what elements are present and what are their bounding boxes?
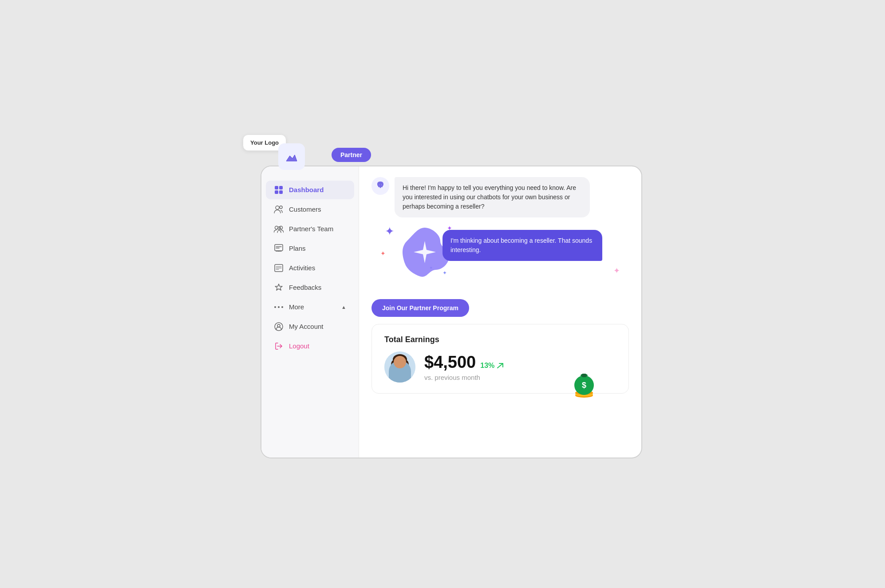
account-icon	[274, 322, 284, 331]
logout-icon	[274, 341, 284, 351]
vs-text: vs. previous month	[424, 374, 504, 381]
partners-icon	[274, 224, 284, 234]
sparkle-right-deco-icon: ✦	[613, 266, 620, 276]
plans-icon	[274, 244, 284, 253]
user-message-text: I'm thinking about becoming a reseller. …	[450, 237, 592, 253]
sidebar-item-my-account[interactable]: My Account	[266, 317, 354, 336]
plans-label: Plans	[289, 245, 306, 252]
svg-point-25	[384, 351, 415, 383]
sidebar-item-more[interactable]: More ▲	[266, 298, 354, 316]
bot-bubble: Hi there! I'm happy to tell you everythi…	[395, 177, 590, 217]
customers-icon	[274, 205, 284, 214]
sidebar-item-logout[interactable]: Logout	[266, 337, 354, 355]
bot-avatar	[371, 177, 389, 195]
join-partner-button[interactable]: Join Our Partner Program	[371, 299, 469, 317]
sidebar-item-feedbacks[interactable]: Feedbacks	[266, 278, 354, 297]
user-bubble: I'm thinking about becoming a reseller. …	[442, 230, 602, 261]
sparkle-purple-icon: ✦	[385, 225, 395, 237]
sidebar-item-plans[interactable]: Plans	[266, 239, 354, 258]
earnings-amount: $4,500 13% vs. previous month	[424, 353, 504, 381]
earnings-card: Total Earnings	[371, 324, 629, 394]
sidebar-item-dashboard[interactable]: Dashboard	[266, 181, 354, 199]
dashboard-label: Dashboard	[289, 186, 324, 193]
logout-label: Logout	[289, 342, 309, 350]
outer-container: Your Logo Partner	[243, 130, 642, 458]
earnings-percent: 13%	[480, 362, 504, 370]
sparkle-pink-icon: ✦	[380, 250, 386, 257]
svg-point-20	[278, 306, 280, 308]
dashboard-icon	[274, 185, 284, 195]
svg-point-19	[274, 306, 276, 308]
more-chevron-icon: ▲	[341, 304, 346, 310]
svg-text:$: $	[582, 381, 586, 390]
chat-section: Hi there! I'm happy to tell you everythi…	[371, 177, 629, 317]
earnings-value: $4,500	[424, 353, 476, 372]
feedbacks-icon	[274, 283, 284, 292]
main-card: Dashboard Customers	[261, 166, 642, 458]
ai-decoration-area: ✦ ✦ ✦ ✦ I'	[371, 221, 629, 292]
svg-rect-4	[279, 190, 283, 194]
svg-point-29	[391, 360, 395, 369]
sidebar-nav: Dashboard Customers	[261, 180, 359, 449]
user-message: ✦ I'm thinking about becoming a reseller…	[442, 230, 629, 261]
sparkle-on-bubble-icon: ✦	[447, 225, 452, 232]
svg-point-28	[393, 354, 407, 365]
more-icon	[274, 302, 284, 312]
feedbacks-label: Feedbacks	[289, 284, 321, 291]
svg-point-30	[404, 360, 409, 369]
svg-point-6	[280, 206, 282, 209]
svg-rect-10	[275, 245, 283, 251]
logo-text: Your Logo	[250, 139, 279, 146]
join-button-container: Join Our Partner Program	[371, 296, 629, 317]
mountain-icon	[284, 149, 300, 165]
bot-message-text: Hi there! I'm happy to tell you everythi…	[403, 184, 576, 210]
svg-point-23	[277, 324, 280, 327]
logo-icon-container	[278, 143, 305, 170]
svg-point-26	[390, 371, 410, 383]
sidebar-item-activities[interactable]: Activities	[266, 259, 354, 277]
svg-rect-1	[275, 186, 278, 189]
activities-icon	[274, 263, 284, 273]
svg-rect-2	[279, 186, 283, 189]
sidebar: Dashboard Customers	[261, 166, 359, 458]
svg-rect-0	[284, 149, 300, 165]
activities-label: Activities	[289, 264, 315, 272]
partners-team-label: Partner's Team	[289, 225, 333, 233]
svg-point-5	[276, 206, 279, 209]
more-label: More	[289, 303, 304, 311]
money-bag-icon: $	[571, 367, 597, 402]
my-account-label: My Account	[289, 323, 324, 330]
svg-point-27	[393, 357, 407, 373]
main-content: Hi there! I'm happy to tell you everythi…	[359, 166, 641, 458]
amount-row: $4,500 13%	[424, 353, 504, 372]
partner-badge: Partner	[332, 148, 371, 162]
sparkle-small-icon: ✦	[442, 270, 447, 276]
bot-message: Hi there! I'm happy to tell you everythi…	[371, 177, 629, 217]
svg-rect-36	[582, 374, 586, 377]
earnings-title: Total Earnings	[384, 335, 616, 344]
user-avatar	[384, 351, 415, 383]
svg-point-21	[281, 306, 283, 308]
svg-rect-3	[275, 190, 278, 194]
customers-label: Customers	[289, 205, 321, 213]
sidebar-item-partners-team[interactable]: Partner's Team	[266, 220, 354, 238]
svg-point-8	[280, 226, 283, 229]
sidebar-item-customers[interactable]: Customers	[266, 200, 354, 219]
